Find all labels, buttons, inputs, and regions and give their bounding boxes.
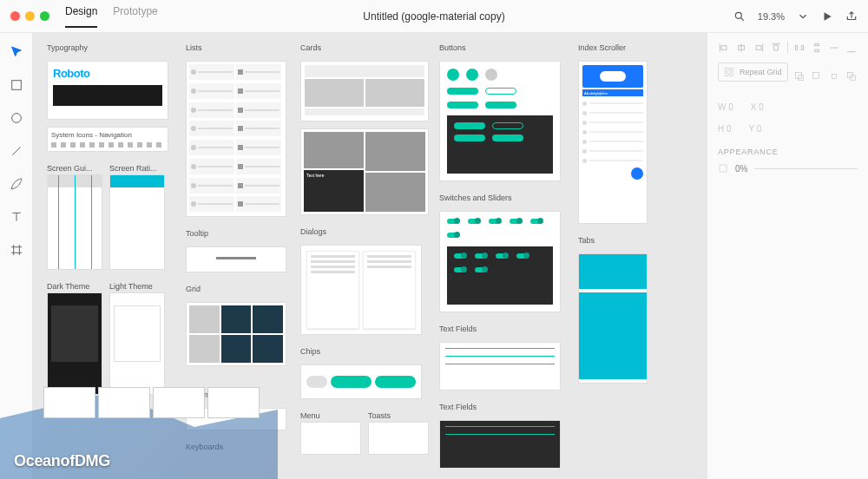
artboard-tooltip[interactable]	[186, 246, 286, 272]
svg-rect-16	[815, 43, 819, 45]
align-right-icon[interactable]	[753, 42, 765, 54]
artboard-cards-2[interactable]: Text here	[300, 128, 429, 215]
svg-rect-3	[11, 81, 21, 90]
svg-point-0	[735, 12, 741, 18]
distribute-v-icon[interactable]	[811, 42, 823, 54]
artboard-text-fields-1[interactable]	[439, 342, 561, 390]
artboard-buttons[interactable]	[439, 61, 561, 181]
label-grid: Grid	[186, 285, 290, 293]
boolean-exclude-icon[interactable]	[845, 70, 858, 82]
artboard-toasts[interactable]	[368, 422, 429, 455]
pen-tool[interactable]	[10, 177, 23, 194]
svg-rect-23	[730, 73, 733, 76]
tab-prototype[interactable]: Prototype	[113, 5, 157, 28]
tab-design[interactable]: Design	[65, 5, 97, 28]
repeat-grid-button[interactable]: Repeat Grid	[718, 62, 788, 82]
label-switches: Switches and Sliders	[439, 194, 568, 202]
y-value[interactable]: 0	[757, 124, 762, 134]
play-icon[interactable]	[821, 10, 833, 23]
text-tool[interactable]	[10, 210, 23, 227]
label-light-theme: Light Theme	[109, 282, 165, 291]
x-value[interactable]: 0	[759, 102, 764, 112]
align-center-h-icon[interactable]	[735, 42, 747, 54]
label-dark-theme: Dark Theme	[47, 282, 102, 291]
artboard-light-theme[interactable]	[109, 292, 165, 395]
height-label: H	[718, 124, 724, 134]
artboard-dialogs[interactable]	[300, 245, 422, 335]
boolean-subtract-icon[interactable]	[811, 70, 823, 82]
opacity-icon	[718, 163, 728, 174]
chevron-down-icon[interactable]	[797, 10, 809, 23]
svg-rect-29	[850, 75, 855, 81]
label-cards: Cards	[300, 43, 429, 52]
label-typography: Typography	[47, 43, 175, 52]
label-menu: Menu	[300, 411, 361, 420]
artboard-dark-theme[interactable]	[47, 292, 102, 395]
align-middle-icon[interactable]	[828, 42, 840, 54]
opacity-slider[interactable]	[754, 168, 858, 169]
watermark-text: OceanofDMG	[14, 452, 110, 470]
artboard-cards-1[interactable]	[300, 61, 429, 121]
y-label: Y	[749, 124, 755, 134]
svg-rect-26	[812, 72, 819, 78]
titlebar: Design Prototype Untitled (google-materi…	[0, 0, 868, 33]
minimize-icon[interactable]	[25, 11, 35, 21]
select-tool[interactable]	[10, 45, 23, 62]
label-index: Index Scroller	[578, 43, 654, 52]
svg-rect-20	[726, 69, 729, 72]
search-icon[interactable]	[733, 10, 746, 23]
rectangle-tool[interactable]	[10, 78, 23, 95]
window-controls	[10, 11, 49, 21]
zoom-level[interactable]: 19.3%	[758, 11, 785, 22]
svg-rect-27	[832, 75, 836, 79]
artboard-tabs[interactable]	[578, 253, 648, 384]
typography-sample: Roboto	[53, 67, 162, 80]
artboard-tool[interactable]	[10, 243, 23, 260]
artboard-typography[interactable]: Roboto	[47, 61, 168, 120]
artboard-lists[interactable]	[186, 61, 286, 217]
boolean-intersect-icon[interactable]	[828, 70, 840, 82]
artboard-sysicons[interactable]: System Icons - Navigation	[47, 127, 168, 152]
maximize-icon[interactable]	[40, 11, 49, 21]
align-top-icon[interactable]	[770, 42, 782, 54]
svg-rect-25	[798, 75, 803, 81]
label-buttons: Buttons	[439, 43, 568, 52]
artboard-text-fields-2[interactable]	[439, 420, 561, 469]
svg-rect-17	[815, 49, 819, 51]
width-value[interactable]: 0	[728, 102, 733, 112]
x-label: X	[751, 102, 757, 112]
align-bottom-icon[interactable]	[845, 42, 858, 54]
label-text-fields: Text Fields	[439, 325, 568, 333]
svg-point-4	[11, 114, 21, 123]
label-dialogs: Dialogs	[300, 227, 429, 236]
share-icon[interactable]	[845, 10, 858, 23]
svg-rect-30	[720, 165, 727, 172]
opacity-value[interactable]: 0%	[735, 164, 747, 174]
svg-rect-11	[756, 46, 761, 50]
boolean-add-icon[interactable]	[793, 70, 806, 82]
artboard-chips[interactable]	[300, 364, 422, 399]
svg-rect-15	[801, 46, 803, 50]
align-left-icon[interactable]	[718, 42, 730, 54]
label-screen-guide: Screen Gui...	[47, 164, 102, 173]
height-value[interactable]: 0	[727, 124, 732, 134]
inspector-panel: Repeat Grid W 0 X 0 H 0 Y 0 APPEARANCE 0…	[707, 33, 868, 479]
close-icon[interactable]	[10, 11, 20, 21]
distribute-h-icon[interactable]	[793, 42, 806, 54]
label-tooltip: Tooltip	[186, 229, 290, 238]
svg-rect-21	[730, 69, 733, 72]
artboard-grid[interactable]	[186, 302, 286, 366]
width-label: W	[718, 102, 726, 112]
artboard-screen-guide[interactable]	[47, 174, 102, 270]
watermark-thumbnails	[43, 387, 260, 418]
artboard-screen-ratio[interactable]	[109, 174, 165, 270]
artboard-menu[interactable]	[300, 422, 361, 455]
label-toasts: Toasts	[368, 411, 429, 420]
label-screen-ratio: Screen Rati...	[109, 164, 165, 173]
line-tool[interactable]	[10, 144, 23, 161]
label-text-fields-2: Text Fields	[439, 403, 568, 411]
svg-line-1	[741, 17, 744, 20]
artboard-index-scroller[interactable]: Abcdefghijklmn	[578, 61, 648, 224]
ellipse-tool[interactable]	[10, 111, 23, 128]
artboard-switches[interactable]	[439, 211, 561, 312]
